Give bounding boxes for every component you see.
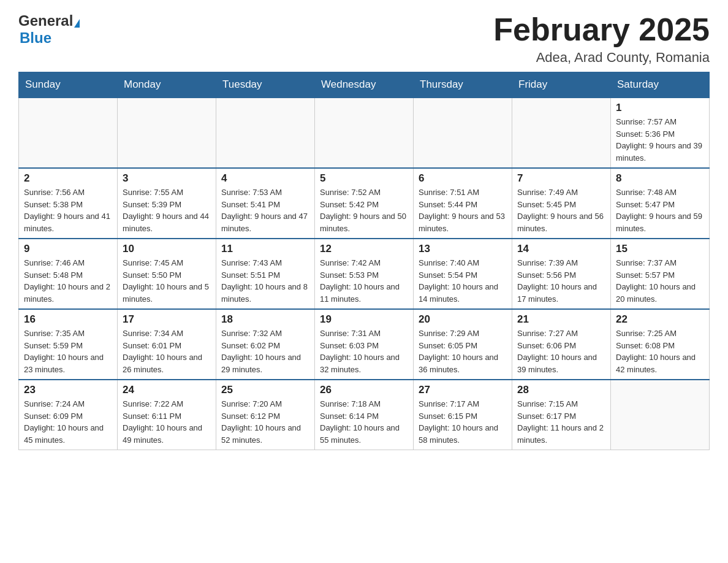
table-row — [414, 98, 512, 168]
calendar-header-row: Sunday Monday Tuesday Wednesday Thursday… — [19, 72, 710, 98]
day-number: 24 — [123, 384, 211, 396]
table-row: 23Sunrise: 7:24 AM Sunset: 6:09 PM Dayli… — [19, 380, 118, 450]
day-number: 17 — [123, 313, 211, 326]
table-row: 24Sunrise: 7:22 AM Sunset: 6:11 PM Dayli… — [118, 380, 216, 450]
day-info: Sunrise: 7:22 AM Sunset: 6:11 PM Dayligh… — [123, 398, 211, 446]
day-info: Sunrise: 7:48 AM Sunset: 5:47 PM Dayligh… — [616, 186, 704, 234]
day-info: Sunrise: 7:34 AM Sunset: 6:01 PM Dayligh… — [123, 327, 211, 375]
day-info: Sunrise: 7:51 AM Sunset: 5:44 PM Dayligh… — [419, 186, 507, 234]
day-info: Sunrise: 7:45 AM Sunset: 5:50 PM Dayligh… — [123, 257, 211, 305]
day-number: 23 — [24, 384, 112, 396]
calendar-week-row: 16Sunrise: 7:35 AM Sunset: 5:59 PM Dayli… — [19, 309, 710, 380]
table-row: 5Sunrise: 7:52 AM Sunset: 5:42 PM Daylig… — [315, 168, 414, 239]
day-number: 21 — [517, 313, 605, 326]
table-row: 6Sunrise: 7:51 AM Sunset: 5:44 PM Daylig… — [414, 168, 512, 239]
day-number: 19 — [320, 313, 408, 326]
day-info: Sunrise: 7:55 AM Sunset: 5:39 PM Dayligh… — [123, 186, 211, 234]
col-tuesday: Tuesday — [216, 72, 315, 98]
day-number: 20 — [419, 313, 507, 326]
table-row: 18Sunrise: 7:32 AM Sunset: 6:02 PM Dayli… — [216, 309, 315, 380]
calendar-week-row: 9Sunrise: 7:46 AM Sunset: 5:48 PM Daylig… — [19, 239, 710, 309]
month-title: February 2025 — [493, 12, 710, 47]
table-row — [216, 98, 315, 168]
day-info: Sunrise: 7:52 AM Sunset: 5:42 PM Dayligh… — [320, 186, 408, 234]
day-number: 18 — [221, 313, 309, 326]
table-row: 2Sunrise: 7:56 AM Sunset: 5:38 PM Daylig… — [19, 168, 118, 239]
day-number: 4 — [221, 172, 309, 185]
col-saturday: Saturday — [611, 72, 710, 98]
day-number: 7 — [517, 172, 605, 185]
table-row: 19Sunrise: 7:31 AM Sunset: 6:03 PM Dayli… — [315, 309, 414, 380]
table-row: 17Sunrise: 7:34 AM Sunset: 6:01 PM Dayli… — [118, 309, 216, 380]
day-number: 2 — [24, 172, 112, 185]
table-row: 16Sunrise: 7:35 AM Sunset: 5:59 PM Dayli… — [19, 309, 118, 380]
calendar-table: Sunday Monday Tuesday Wednesday Thursday… — [18, 72, 710, 450]
day-info: Sunrise: 7:57 AM Sunset: 5:36 PM Dayligh… — [616, 116, 704, 164]
table-row: 10Sunrise: 7:45 AM Sunset: 5:50 PM Dayli… — [118, 239, 216, 309]
day-info: Sunrise: 7:15 AM Sunset: 6:17 PM Dayligh… — [517, 398, 605, 446]
day-number: 27 — [419, 384, 507, 396]
table-row — [118, 98, 216, 168]
day-number: 13 — [419, 243, 507, 255]
day-number: 5 — [320, 172, 408, 185]
day-info: Sunrise: 7:43 AM Sunset: 5:51 PM Dayligh… — [221, 257, 309, 305]
day-info: Sunrise: 7:29 AM Sunset: 6:05 PM Dayligh… — [419, 327, 507, 375]
logo: General Blue — [18, 12, 80, 47]
table-row: 27Sunrise: 7:17 AM Sunset: 6:15 PM Dayli… — [414, 380, 512, 450]
page-header: General Blue February 2025 Adea, Arad Co… — [18, 12, 710, 66]
day-info: Sunrise: 7:42 AM Sunset: 5:53 PM Dayligh… — [320, 257, 408, 305]
day-info: Sunrise: 7:27 AM Sunset: 6:06 PM Dayligh… — [517, 327, 605, 375]
table-row: 8Sunrise: 7:48 AM Sunset: 5:47 PM Daylig… — [611, 168, 710, 239]
day-info: Sunrise: 7:49 AM Sunset: 5:45 PM Dayligh… — [517, 186, 605, 234]
day-info: Sunrise: 7:32 AM Sunset: 6:02 PM Dayligh… — [221, 327, 309, 375]
table-row: 3Sunrise: 7:55 AM Sunset: 5:39 PM Daylig… — [118, 168, 216, 239]
table-row: 9Sunrise: 7:46 AM Sunset: 5:48 PM Daylig… — [19, 239, 118, 309]
table-row — [611, 380, 710, 450]
col-wednesday: Wednesday — [315, 72, 414, 98]
day-number: 6 — [419, 172, 507, 185]
table-row: 13Sunrise: 7:40 AM Sunset: 5:54 PM Dayli… — [414, 239, 512, 309]
day-number: 22 — [616, 313, 704, 326]
day-number: 9 — [24, 243, 112, 255]
day-number: 14 — [517, 243, 605, 255]
day-info: Sunrise: 7:46 AM Sunset: 5:48 PM Dayligh… — [24, 257, 112, 305]
day-info: Sunrise: 7:25 AM Sunset: 6:08 PM Dayligh… — [616, 327, 704, 375]
day-info: Sunrise: 7:18 AM Sunset: 6:14 PM Dayligh… — [320, 398, 408, 446]
day-info: Sunrise: 7:53 AM Sunset: 5:41 PM Dayligh… — [221, 186, 309, 234]
col-monday: Monday — [118, 72, 216, 98]
table-row: 11Sunrise: 7:43 AM Sunset: 5:51 PM Dayli… — [216, 239, 315, 309]
table-row — [315, 98, 414, 168]
table-row: 28Sunrise: 7:15 AM Sunset: 6:17 PM Dayli… — [512, 380, 611, 450]
table-row — [19, 98, 118, 168]
table-row — [512, 98, 611, 168]
calendar-week-row: 1Sunrise: 7:57 AM Sunset: 5:36 PM Daylig… — [19, 98, 710, 168]
day-info: Sunrise: 7:31 AM Sunset: 6:03 PM Dayligh… — [320, 327, 408, 375]
table-row: 1Sunrise: 7:57 AM Sunset: 5:36 PM Daylig… — [611, 98, 710, 168]
table-row: 21Sunrise: 7:27 AM Sunset: 6:06 PM Dayli… — [512, 309, 611, 380]
table-row: 25Sunrise: 7:20 AM Sunset: 6:12 PM Dayli… — [216, 380, 315, 450]
day-number: 15 — [616, 243, 704, 255]
table-row: 14Sunrise: 7:39 AM Sunset: 5:56 PM Dayli… — [512, 239, 611, 309]
table-row: 22Sunrise: 7:25 AM Sunset: 6:08 PM Dayli… — [611, 309, 710, 380]
logo-blue-text: Blue — [18, 29, 80, 47]
day-number: 10 — [123, 243, 211, 255]
day-info: Sunrise: 7:20 AM Sunset: 6:12 PM Dayligh… — [221, 398, 309, 446]
day-info: Sunrise: 7:17 AM Sunset: 6:15 PM Dayligh… — [419, 398, 507, 446]
day-number: 26 — [320, 384, 408, 396]
logo-general-text: General — [18, 12, 80, 29]
day-info: Sunrise: 7:24 AM Sunset: 6:09 PM Dayligh… — [24, 398, 112, 446]
calendar-week-row: 23Sunrise: 7:24 AM Sunset: 6:09 PM Dayli… — [19, 380, 710, 450]
day-number: 28 — [517, 384, 605, 396]
day-info: Sunrise: 7:37 AM Sunset: 5:57 PM Dayligh… — [616, 257, 704, 305]
day-number: 25 — [221, 384, 309, 396]
location-subtitle: Adea, Arad County, Romania — [493, 50, 710, 66]
day-number: 3 — [123, 172, 211, 185]
table-row: 15Sunrise: 7:37 AM Sunset: 5:57 PM Dayli… — [611, 239, 710, 309]
day-number: 1 — [616, 102, 704, 114]
day-info: Sunrise: 7:39 AM Sunset: 5:56 PM Dayligh… — [517, 257, 605, 305]
day-number: 8 — [616, 172, 704, 185]
table-row: 7Sunrise: 7:49 AM Sunset: 5:45 PM Daylig… — [512, 168, 611, 239]
table-row: 4Sunrise: 7:53 AM Sunset: 5:41 PM Daylig… — [216, 168, 315, 239]
day-info: Sunrise: 7:35 AM Sunset: 5:59 PM Dayligh… — [24, 327, 112, 375]
day-number: 16 — [24, 313, 112, 326]
